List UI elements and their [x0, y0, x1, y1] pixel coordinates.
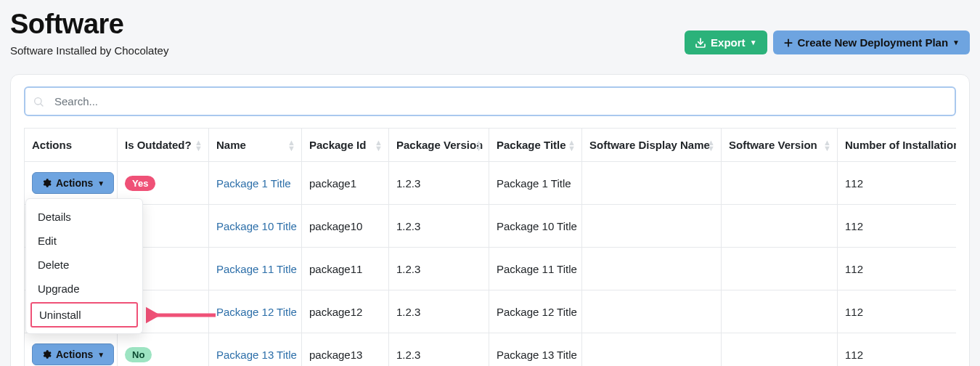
- sort-icon: ▲▼: [375, 139, 383, 151]
- search-input[interactable]: [24, 86, 956, 116]
- col-outdated[interactable]: Is Outdated?▲▼: [118, 129, 209, 162]
- software-table: Actions Is Outdated?▲▼ Name▲▼ Package Id…: [24, 128, 956, 366]
- installations: 112: [845, 349, 863, 361]
- sort-icon: ▲▼: [195, 139, 203, 151]
- sort-icon: ▲▼: [475, 139, 483, 151]
- package-title: Package 12 Title: [497, 306, 577, 318]
- col-package-version[interactable]: Package Version▲▼: [389, 129, 489, 162]
- name-link[interactable]: Package 1 Title: [216, 177, 291, 190]
- create-deployment-plan-button[interactable]: Create New Deployment Plan ▼: [773, 30, 970, 54]
- menu-uninstall[interactable]: Uninstall: [30, 302, 138, 328]
- package-title: Package 11 Title: [497, 263, 577, 275]
- actions-dropdown: Details Edit Delete Upgrade Uninstall: [25, 198, 143, 334]
- package-id: package11: [309, 263, 362, 275]
- package-version: 1.2.3: [396, 177, 420, 190]
- actions-label: Actions: [56, 177, 93, 189]
- outdated-badge: Yes: [125, 176, 155, 191]
- package-title: Package 13 Title: [497, 349, 577, 361]
- package-id: package1: [309, 177, 356, 190]
- page-title: Software: [10, 9, 168, 40]
- col-installations[interactable]: Number of Installations: [838, 129, 957, 162]
- installations: 112: [845, 263, 863, 275]
- caret-down-icon: ▼: [97, 351, 105, 359]
- export-label: Export: [711, 36, 746, 49]
- sort-icon: ▲▼: [568, 139, 576, 151]
- installations: 112: [845, 177, 863, 190]
- download-icon: [695, 37, 706, 49]
- name-link[interactable]: Package 11 Title: [216, 263, 297, 275]
- plus-icon: [783, 38, 793, 48]
- package-title: Package 10 Title: [497, 220, 577, 232]
- actions-button[interactable]: Actions▼: [32, 343, 114, 365]
- name-link[interactable]: Package 13 Title: [216, 349, 297, 361]
- actions-button[interactable]: Actions▼: [32, 172, 114, 194]
- table-row: Actions▼YesPackage 1 Titlepackage11.2.3P…: [25, 162, 957, 205]
- outdated-badge: No: [125, 347, 152, 362]
- export-button[interactable]: Export ▼: [685, 30, 767, 54]
- sort-icon: ▲▼: [287, 139, 295, 151]
- menu-upgrade[interactable]: Upgrade: [26, 277, 142, 301]
- menu-details[interactable]: Details: [26, 205, 142, 229]
- name-link[interactable]: Package 12 Title: [216, 306, 297, 318]
- installations: 112: [845, 306, 863, 318]
- name-link[interactable]: Package 10 Title: [216, 220, 297, 232]
- package-id: package10: [309, 220, 362, 232]
- table-row: Actions▼Package 11 Titlepackage111.2.3Pa…: [25, 248, 957, 290]
- actions-label: Actions: [56, 349, 93, 360]
- create-plan-label: Create New Deployment Plan: [798, 36, 949, 49]
- package-version: 1.2.3: [396, 349, 420, 361]
- col-actions: Actions: [25, 129, 118, 162]
- search-icon: [33, 96, 44, 107]
- col-package-title[interactable]: Package Title▲▼: [489, 129, 582, 162]
- menu-edit[interactable]: Edit: [26, 229, 142, 253]
- package-title: Package 1 Title: [497, 177, 571, 190]
- menu-delete[interactable]: Delete: [26, 253, 142, 277]
- col-package-id[interactable]: Package Id▲▼: [302, 129, 389, 162]
- package-id: package12: [309, 306, 362, 318]
- col-software-display-name[interactable]: Software Display Name▲▼: [582, 129, 722, 162]
- caret-down-icon: ▼: [952, 38, 960, 46]
- svg-line-4: [41, 104, 43, 106]
- sort-icon: ▲▼: [707, 139, 715, 151]
- gear-icon: [41, 349, 52, 359]
- table-row: Actions▼NoPackage 13 Titlepackage131.2.3…: [25, 333, 957, 367]
- annotation-arrow-icon: [146, 306, 219, 324]
- page-subtitle: Software Installed by Chocolatey: [10, 44, 168, 57]
- col-software-version[interactable]: Software Version▲▼: [722, 129, 838, 162]
- package-version: 1.2.3: [396, 263, 420, 275]
- col-name[interactable]: Name▲▼: [209, 129, 302, 162]
- installations: 112: [845, 220, 863, 232]
- package-id: package13: [309, 349, 362, 361]
- package-version: 1.2.3: [396, 220, 420, 232]
- sort-icon: ▲▼: [823, 139, 831, 151]
- gear-icon: [41, 178, 52, 188]
- caret-down-icon: ▼: [750, 38, 757, 46]
- table-row: Actions▼Package 10 Titlepackage101.2.3Pa…: [25, 205, 957, 248]
- package-version: 1.2.3: [396, 306, 420, 318]
- caret-down-icon: ▼: [97, 179, 105, 187]
